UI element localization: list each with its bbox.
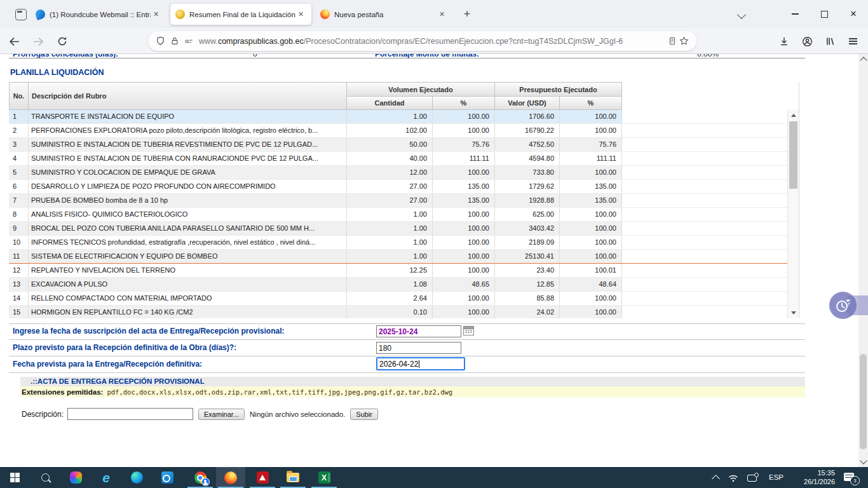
timer-overlay-badge[interactable]: [829, 292, 857, 319]
tab-close-icon[interactable]: ×: [437, 9, 447, 20]
forward-button[interactable]: [29, 32, 47, 50]
start-button[interactable]: [0, 467, 29, 488]
tray-time: 15:35: [788, 469, 835, 478]
cell-vpct: 100.00: [432, 166, 495, 179]
cell-no: 12: [9, 264, 29, 277]
reload-button[interactable]: [53, 32, 71, 50]
table-row[interactable]: 6DESARROLLO Y LIMPIEZA DE POZO PROFUNDO …: [9, 180, 788, 194]
taskbar-copilot-button[interactable]: [61, 467, 90, 488]
cell-valor: 23.40: [494, 264, 560, 277]
tray-expand-chevron-icon[interactable]: [712, 475, 720, 483]
reader-mode-icon[interactable]: [668, 36, 677, 46]
table-row[interactable]: 7PRUEBA DE BOMBEO bomba de 8 a 10 hp27.0…: [9, 194, 788, 208]
cell-valor: 12.85: [494, 278, 560, 291]
nav-toolbar: www.compraspublicas.gob.ec/ProcesoContra…: [0, 28, 868, 54]
cell-cant: 50.00: [346, 138, 433, 151]
fecha-definitiva-input[interactable]: 2026-04-22: [376, 357, 465, 370]
cell-ppct: 100.00: [559, 306, 622, 318]
account-button[interactable]: [798, 32, 816, 50]
table-row[interactable]: 15HORMIGON EN REPLANTILLO FC = 140 KG /C…: [9, 306, 788, 318]
edge-icon: [131, 471, 143, 484]
library-button[interactable]: [821, 32, 839, 50]
tray-clock[interactable]: 15:35 26/1/2026: [788, 469, 835, 486]
tab-close-icon[interactable]: ×: [295, 9, 306, 20]
minimize-button[interactable]: [785, 4, 805, 24]
cell-desc: SUMINISTRO E INSTALACION DE TUBERIA CON …: [28, 152, 347, 165]
browse-button[interactable]: Examinar...: [198, 409, 245, 420]
tab-roundcube[interactable]: (1) Roundcube Webmail :: Entra ×: [31, 4, 166, 25]
cell-vpct: 48.65: [432, 278, 495, 291]
minimize-icon: [792, 13, 799, 15]
downloads-button[interactable]: [775, 32, 793, 50]
clock-flame-icon: [834, 296, 853, 315]
taskbar-edge-button[interactable]: [122, 467, 151, 488]
cell-desc: ANALISIS FISICO- QUIMICO BACTERIOLOGICO: [28, 208, 347, 221]
url-host: compraspublicas.gob.ec: [218, 37, 304, 46]
taskbar-acrobat-button[interactable]: [248, 467, 277, 488]
taskbar-firefox-button[interactable]: [216, 467, 245, 488]
cell-cant: 1.08: [346, 278, 433, 291]
scroll-down-button[interactable]: [788, 308, 799, 318]
table-row[interactable]: 3SUMINISTRO E INSTALACION DE TUBERIA REV…: [9, 138, 788, 152]
table-row[interactable]: 10INFORMES TECNICOS profundidad, estrati…: [9, 236, 788, 250]
table-row[interactable]: 4SUMINISTRO E INSTALACION DE TUBERIA CON…: [9, 152, 788, 166]
scroll-up-button[interactable]: [788, 110, 799, 121]
fecha-suscripcion-input[interactable]: [376, 325, 461, 337]
table-row[interactable]: 9BROCAL DEL POZO CON TUBERIA ANILLADA PA…: [9, 222, 788, 236]
table-row[interactable]: 14RELLENO COMPACTADO CON MATERIAL IMPORT…: [9, 292, 788, 306]
restore-button[interactable]: [814, 4, 834, 24]
taskbar-outlook-button[interactable]: [153, 467, 182, 488]
language-indicator[interactable]: ESP: [769, 473, 783, 481]
copilot-icon: [70, 471, 82, 484]
table-row[interactable]: 5SUMINISTRO Y COLOCACION DE EMPAQUE DE G…: [9, 166, 788, 180]
descripcion-input[interactable]: [67, 408, 193, 420]
cell-ppct: 100.01: [559, 264, 622, 277]
scroll-thumb[interactable]: [789, 121, 797, 189]
meet-now-icon[interactable]: [747, 475, 757, 482]
submit-button[interactable]: Subir: [350, 409, 378, 420]
cell-valor: 85.88: [494, 292, 560, 305]
shield-icon: [156, 36, 165, 46]
taskbar-chrome-button[interactable]: [186, 467, 215, 488]
wifi-icon[interactable]: [728, 474, 738, 482]
descripcion-label: Descripción:: [22, 410, 64, 419]
fecha-definitiva-value: 2026-04-22: [379, 360, 418, 369]
page-content: Prorrogas concedidas (días): 0 Porcentaj…: [0, 54, 858, 467]
notification-badge: 3: [850, 476, 860, 485]
list-tabs-chevron-icon[interactable]: [737, 10, 746, 19]
scroll-up-icon[interactable]: [860, 57, 867, 64]
taskbar-internet-explorer-button[interactable]: e: [92, 467, 121, 488]
firefox-view-icon[interactable]: [15, 9, 27, 20]
table-row[interactable]: 12REPLANTEO Y NIVELACION DEL TERRENO12.2…: [9, 264, 788, 278]
table-row[interactable]: 1TRANSPORTE E INSTALACION DE EQUIPO1.001…: [9, 110, 788, 124]
scroll-down-icon[interactable]: [860, 457, 867, 464]
back-button[interactable]: [5, 32, 23, 50]
table-row[interactable]: 13EXCAVACION A PULSO1.0848.6512.8548.64: [9, 278, 788, 292]
new-tab-button[interactable]: +: [459, 6, 475, 23]
close-button[interactable]: ×: [843, 4, 864, 24]
tab-resumen-liquidacion[interactable]: Resumen Final de la Liquidación ×: [170, 4, 311, 25]
url-bar[interactable]: www.compraspublicas.gob.ec/ProcesoContra…: [148, 31, 696, 51]
menu-button[interactable]: [844, 32, 862, 50]
tab-close-icon[interactable]: ×: [151, 9, 161, 20]
table-row[interactable]: 2PERFORACIONES EXPLORATORIA pozo piloto,…: [9, 124, 788, 138]
permissions-icon[interactable]: [184, 37, 194, 46]
table-row[interactable]: 8ANALISIS FISICO- QUIMICO BACTERIOLOGICO…: [9, 208, 788, 222]
tab-nueva-pestana[interactable]: Nueva pestaña ×: [315, 4, 452, 25]
cell-cant: 1.00: [346, 110, 433, 123]
bookmark-star-icon[interactable]: [679, 36, 689, 46]
taskbar-file-explorer-button[interactable]: [278, 467, 308, 488]
page-scrollbar[interactable]: [858, 54, 868, 467]
taskbar-excel-button[interactable]: X: [309, 467, 339, 488]
table-scrollbar[interactable]: [787, 110, 799, 318]
planilla-table: No. Descripción del Rubro Volumen Ejecut…: [9, 82, 799, 318]
cell-valor: 625.00: [494, 208, 560, 221]
table-row[interactable]: 11SISTEMA DE ELECTRIFICACION Y EQUIPO DE…: [9, 250, 788, 264]
calendar-picker-button[interactable]: [463, 326, 474, 336]
cell-no: 5: [9, 166, 29, 179]
page-scroll-thumb[interactable]: [860, 354, 867, 449]
plazo-dias-input[interactable]: [376, 342, 461, 354]
divider: [9, 323, 805, 324]
divider: [9, 356, 805, 356]
taskbar-search-button[interactable]: [31, 467, 60, 488]
